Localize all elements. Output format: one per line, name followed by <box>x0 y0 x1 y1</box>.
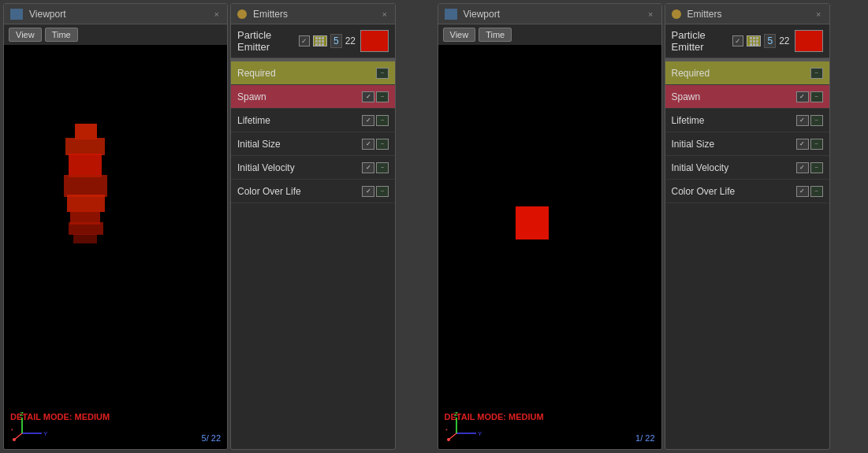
left-emitters-window: Emitters × Particle Emitter <box>230 3 396 450</box>
right-color-over-life-graph-icon[interactable]: ~ <box>810 186 823 197</box>
right-emitters-window: Emitters × Particle Emitter <box>665 3 830 450</box>
right-axis-svg: Y Z * <box>445 411 484 441</box>
right-particle-block <box>516 206 549 239</box>
right-emitters-close[interactable]: × <box>814 9 822 19</box>
left-module-initial-size[interactable]: Initial Size ✓ ~ <box>231 132 395 156</box>
left-viewport-close[interactable]: × <box>213 9 221 19</box>
right-initial-velocity-check-icon[interactable]: ✓ <box>796 162 809 173</box>
right-module-color-over-life[interactable]: Color Over Life ✓ ~ <box>665 180 829 203</box>
left-grid-box <box>315 37 324 46</box>
left-color-over-life-check-icon[interactable]: ✓ <box>362 186 374 197</box>
right-module-initial-size-label: Initial Size <box>672 139 796 150</box>
right-module-initial-velocity-icons: ✓ ~ <box>796 162 823 173</box>
left-initial-size-check-icon[interactable]: ✓ <box>362 139 374 150</box>
right-module-color-over-life-icons: ✓ ~ <box>796 186 823 197</box>
right-color-over-life-check-icon[interactable]: ✓ <box>796 186 809 197</box>
right-emitters-header: Emitters × <box>665 4 829 24</box>
right-initial-size-check-icon[interactable]: ✓ <box>796 139 809 150</box>
right-viewport-window: Viewport × View Time DETAIL MODE: MEDIUM <box>438 3 662 450</box>
viewport-icon <box>10 9 23 20</box>
left-ctrl-num: 5 <box>330 34 342 48</box>
right-required-graph-icon[interactable]: ~ <box>810 68 823 79</box>
right-emitter-bar: Particle Emitter <box>665 24 829 58</box>
left-module-spawn-label: Spawn <box>237 91 362 102</box>
left-emitter-controls: 5 22 <box>299 34 356 48</box>
svg-text:Z: Z <box>454 411 458 418</box>
right-module-required[interactable]: Required ~ <box>665 61 829 85</box>
left-color-over-life-graph-icon[interactable]: ~ <box>376 186 389 197</box>
right-lifetime-graph-icon[interactable]: ~ <box>810 115 823 126</box>
right-module-initial-velocity-label: Initial Velocity <box>672 162 796 173</box>
left-emitters-close[interactable]: × <box>381 9 389 19</box>
left-lifetime-graph-icon[interactable]: ~ <box>376 115 389 126</box>
right-module-color-over-life-label: Color Over Life <box>672 186 796 197</box>
left-viewport-toolbar: View Time <box>4 24 227 45</box>
right-module-list: Required ~ Spawn ✓ ~ Lifetime ✓ <box>665 61 829 449</box>
svg-text:Y: Y <box>43 430 48 437</box>
left-initial-size-graph-icon[interactable]: ~ <box>376 139 389 150</box>
right-initial-size-graph-icon[interactable]: ~ <box>810 139 823 150</box>
left-time-button[interactable]: Time <box>45 28 78 42</box>
right-spawn-graph-icon[interactable]: ~ <box>810 91 823 102</box>
left-module-initial-size-label: Initial Size <box>237 139 362 150</box>
right-emitter-icon <box>672 9 681 19</box>
left-module-spawn[interactable]: Spawn ✓ ~ <box>231 85 395 109</box>
left-ctrl-check1[interactable] <box>299 35 310 46</box>
left-axis-indicator: Y Z * <box>10 411 50 443</box>
right-module-initial-size[interactable]: Initial Size ✓ ~ <box>665 132 829 156</box>
left-initial-velocity-check-icon[interactable]: ✓ <box>362 162 374 173</box>
right-time-button[interactable]: Time <box>479 28 512 42</box>
left-viewport-canvas: DETAIL MODE: MEDIUM Y Z * 5/ 22 <box>4 45 227 449</box>
left-lifetime-check-icon[interactable]: ✓ <box>362 115 374 126</box>
left-module-required-icons: ~ <box>376 68 389 79</box>
left-color-swatch[interactable] <box>360 30 389 52</box>
left-module-lifetime-label: Lifetime <box>237 115 362 126</box>
particle-block <box>65 138 105 155</box>
particle-block <box>73 234 97 243</box>
left-module-initial-velocity-icons: ✓ ~ <box>362 162 389 173</box>
right-spawn-check-icon[interactable]: ✓ <box>796 91 809 102</box>
left-initial-velocity-graph-icon[interactable]: ~ <box>376 162 389 173</box>
left-required-graph-icon[interactable]: ~ <box>376 68 389 79</box>
left-module-required[interactable]: Required ~ <box>231 61 395 85</box>
right-module-lifetime-label: Lifetime <box>672 115 796 126</box>
left-view-button[interactable]: View <box>9 28 42 42</box>
right-axis-indicator: Y Z * <box>445 411 484 443</box>
left-emitters-header: Emitters × <box>231 4 395 24</box>
svg-text:Z: Z <box>20 411 24 418</box>
right-color-swatch[interactable] <box>795 30 823 52</box>
left-viewport-title: Viewport <box>29 9 208 20</box>
svg-text:Y: Y <box>478 430 482 437</box>
left-spawn-check-icon[interactable]: ✓ <box>362 91 374 102</box>
right-view-button[interactable]: View <box>443 28 476 42</box>
svg-text:*: * <box>11 428 13 433</box>
left-module-initial-size-icons: ✓ ~ <box>362 139 389 150</box>
right-viewport-close[interactable]: × <box>646 9 654 19</box>
left-spawn-graph-icon[interactable]: ~ <box>376 91 389 102</box>
left-frame-count: 5/ 22 <box>202 433 221 443</box>
right-ctrl-num: 5 <box>764 34 776 48</box>
right-ctrl-check1[interactable] <box>732 35 743 46</box>
right-viewport-canvas: DETAIL MODE: MEDIUM Y Z * 1/ 22 <box>438 45 661 449</box>
right-viewport-icon <box>445 9 457 20</box>
right-emitter-controls: 5 22 <box>732 34 789 48</box>
svg-text:*: * <box>445 428 448 433</box>
left-ctrl-grid[interactable] <box>313 35 327 46</box>
left-emitters-title: Emitters <box>253 9 376 20</box>
right-lifetime-check-icon[interactable]: ✓ <box>796 115 809 126</box>
svg-point-12 <box>447 438 450 441</box>
right-initial-velocity-graph-icon[interactable]: ~ <box>810 162 823 173</box>
left-module-color-over-life[interactable]: Color Over Life ✓ ~ <box>231 180 395 203</box>
left-axis-svg: Y Z * <box>10 411 50 441</box>
left-module-lifetime[interactable]: Lifetime ✓ ~ <box>231 109 395 132</box>
right-module-initial-velocity[interactable]: Initial Velocity ✓ ~ <box>665 156 829 180</box>
right-module-lifetime[interactable]: Lifetime ✓ ~ <box>665 109 829 132</box>
left-viewport-window: Viewport × View Time DETAIL MODE: MEDIUM <box>3 3 228 450</box>
particle-block <box>75 124 97 139</box>
right-module-spawn[interactable]: Spawn ✓ ~ <box>665 85 829 109</box>
right-ctrl-grid[interactable] <box>747 35 761 46</box>
particle-block <box>69 222 103 235</box>
left-module-list: Required ~ Spawn ✓ ~ Lifetime <box>231 61 395 449</box>
left-module-initial-velocity[interactable]: Initial Velocity ✓ ~ <box>231 156 395 180</box>
right-module-required-icons: ~ <box>810 68 823 79</box>
